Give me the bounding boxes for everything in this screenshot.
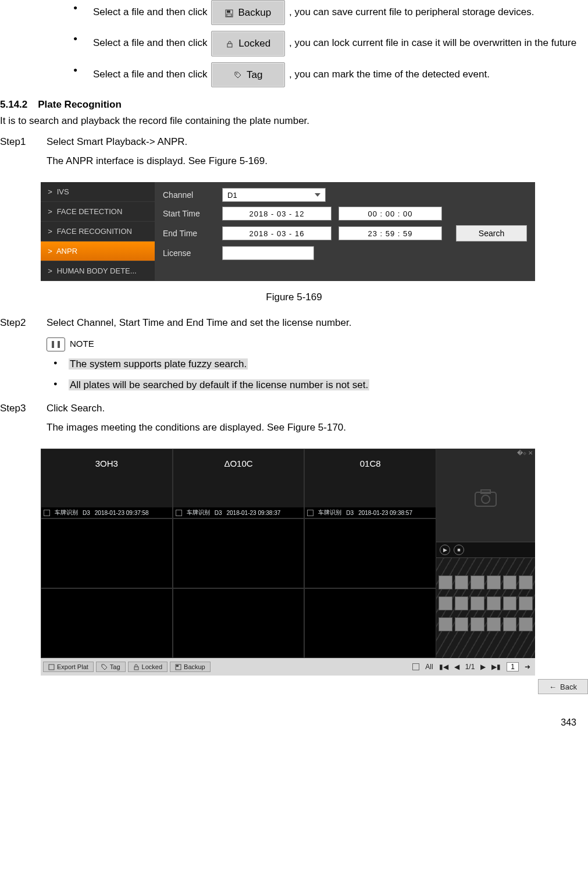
backup-button-graphic: Backup [211,0,285,25]
step3-label: Step3 [0,399,35,437]
pager-prev-icon[interactable]: ◀ [454,663,459,671]
sidebar-item-ivs[interactable]: > IVS [41,182,155,202]
svg-rect-5 [475,492,496,506]
pager-page-input[interactable]: 1 [507,662,519,671]
checkbox-icon[interactable] [307,510,313,516]
sidebar-item-face-recognition[interactable]: > FACE RECOGNITION [41,222,155,241]
result-cell[interactable]: ΔO10C 车牌识别D32018-01-23 09:38:37 [173,449,305,518]
svg-rect-3 [227,44,232,47]
checkbox-icon[interactable] [176,510,182,516]
locked-button-graphic: Locked [211,31,285,56]
camera-icon [472,484,500,512]
chevron-right-icon: > [48,227,52,236]
end-date-input[interactable]: 2018 - 03 - 16 [222,226,332,240]
preview-placeholder [436,454,535,542]
intro-bullet-list: Select a file and then click Backup , yo… [64,0,588,87]
arrow-left-icon: ← [549,683,557,691]
step2-note-2: All plates will be searched by default i… [47,376,588,395]
tag-button-graphic: Tag [211,62,285,87]
save-icon [225,9,233,17]
preview-snapshot [436,558,535,658]
bullet-backup: Select a file and then click Backup , yo… [64,0,588,25]
pager-last-icon[interactable]: ▶▮ [491,663,501,671]
svg-point-4 [236,73,237,74]
sidebar-item-face-detection[interactable]: > FACE DETECTION [41,202,155,222]
chevron-right-icon: > [48,207,52,216]
result-cell-empty [41,588,173,658]
result-cell-empty [304,588,436,658]
results-toolbar: Export Plat Tag Locked Backup All ▮◀ ◀ 1… [41,658,535,676]
section-intro: It is to search and playback the record … [0,112,588,130]
bullet-locked-pre: Select a file and then click [93,38,210,49]
results-panel: 3OH3 车牌识别D32018-01-23 09:37:58 ΔO10C 车牌识… [41,449,535,676]
search-button[interactable]: Search [456,225,527,241]
bullet-tag-post: , you can mark the time of the detected … [289,69,490,80]
note-icon [47,337,65,351]
chevron-down-icon [315,193,320,197]
svg-point-6 [482,495,490,503]
bullet-backup-post: , you can save current file to periphera… [289,6,534,17]
back-button[interactable]: ←Back [538,679,588,694]
bullet-locked: Select a file and then click Locked , yo… [64,31,588,56]
step1-label: Step1 [0,133,35,170]
channel-select[interactable]: D1 [222,188,326,202]
step1-line2: The ANPR interface is displayd. See Figu… [47,152,588,170]
chevron-right-icon: > [48,266,52,275]
preview-controls: ▶ ■ [436,542,535,558]
tag-icon [101,664,108,670]
results-grid: 3OH3 车牌识别D32018-01-23 09:37:58 ΔO10C 车牌识… [41,449,436,658]
result-cell-empty [41,518,173,588]
figure-169-caption: Figure 5-169 [0,292,588,303]
select-all-checkbox[interactable] [412,663,419,670]
sidebar-item-anpr[interactable]: > ANPR [41,241,155,261]
pager-first-icon[interactable]: ▮◀ [439,663,448,671]
export-button[interactable]: Export Plat [43,662,94,672]
svg-rect-9 [134,667,138,670]
pager-next-icon[interactable]: ▶ [480,663,486,671]
step2-note-1: The system supports plate fuzzy search. [47,355,588,374]
svg-rect-11 [176,665,179,667]
lock-icon [133,664,140,670]
result-cell[interactable]: 3OH3 车牌识别D32018-01-23 09:37:58 [41,449,173,518]
pager-text: 1/1 [465,663,475,671]
select-all-label: All [425,663,433,671]
plate-text: 01C8 [305,459,436,468]
play-button[interactable]: ▶ [440,545,450,555]
anpr-sidebar: > IVS > FACE DETECTION > FACE RECOGNITIO… [41,182,155,281]
step1-line1: Select Smart Playback-> ANPR. [47,133,588,151]
bullet-backup-pre: Select a file and then click [93,6,210,17]
tag-icon [234,71,242,79]
chevron-right-icon: > [48,187,52,196]
backup-button[interactable]: Backup [170,662,211,672]
anpr-panel: > IVS > FACE DETECTION > FACE RECOGNITIO… [41,182,535,281]
step3-line1: Click Search. [47,399,588,418]
svg-rect-8 [49,664,54,670]
bullet-locked-post: , you can lock current file in case it w… [289,38,576,49]
pager-go-icon[interactable]: ➜ [525,663,530,671]
bullet-tag-pre: Select a file and then click [93,69,210,80]
result-cell-empty [304,518,436,588]
result-cell-empty [173,588,305,658]
bullet-tag: Select a file and then click Tag , you c… [64,62,588,87]
export-icon [48,664,55,670]
result-cell[interactable]: 01C8 车牌识别D32018-01-23 09:38:57 [304,449,436,518]
end-time-input[interactable]: 23 : 59 : 59 [338,226,442,240]
step2-label: Step2 [0,314,35,397]
license-label: License [163,248,215,258]
result-cell-empty [173,518,305,588]
chevron-right-icon: > [48,247,52,255]
locked-button[interactable]: Locked [128,662,168,672]
start-time-input[interactable]: 00 : 00 : 00 [338,207,442,221]
sidebar-item-human-body[interactable]: > HUMAN BODY DETE... [41,261,155,281]
license-input[interactable] [222,246,314,260]
channel-label: Channel [163,190,215,200]
svg-rect-2 [227,14,231,16]
tag-button[interactable]: Tag [96,662,126,672]
start-time-label: Start Time [163,209,215,218]
page-number: 343 [0,700,588,734]
save-icon [175,664,181,670]
start-date-input[interactable]: 2018 - 03 - 12 [222,207,332,221]
checkbox-icon[interactable] [44,510,50,516]
section-number: 5.14.2 [0,99,27,111]
stop-button[interactable]: ■ [454,545,464,555]
